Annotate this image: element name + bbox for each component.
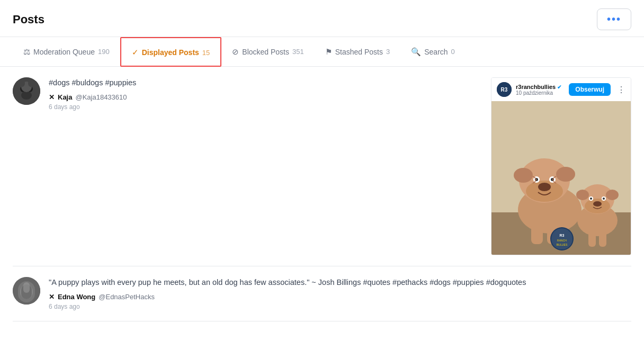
insta-card: R3 r3ranchbullies ✔ 10 października [491, 77, 631, 255]
tab-moderation-label: Moderation Queue [33, 48, 95, 56]
avatar [13, 277, 40, 305]
author-name: Edna Wong [58, 293, 95, 301]
page-title: Posts [13, 13, 44, 26]
post-text: "A puppy plays with every pup he meets, … [49, 277, 631, 289]
svg-rect-34 [588, 231, 596, 247]
tab-moderation-count: 190 [98, 48, 110, 56]
tab-displayed-count: 15 [202, 49, 210, 57]
tab-search-label: Search [424, 48, 448, 56]
flag-icon: ⚑ [325, 47, 332, 57]
svg-point-27 [606, 190, 619, 200]
tab-stashed-label: Stashed Posts [335, 48, 383, 56]
post-author-row: ✕ Kaja @Kaja18433610 [49, 93, 482, 101]
block-icon: ⊘ [232, 47, 239, 57]
svg-point-3 [21, 91, 32, 100]
tab-blocked-label: Blocked Posts [242, 48, 289, 56]
author-handle: @Kaja18433610 [75, 93, 127, 101]
svg-point-26 [576, 190, 589, 200]
post-time: 6 days ago [49, 303, 631, 310]
post-content: "A puppy plays with every pup he meets, … [49, 277, 631, 310]
tab-stashed-count: 3 [386, 48, 390, 56]
table-row: #dogs #buldogs #puppies ✕ Kaja @Kaja1843… [13, 67, 631, 266]
tab-blocked-count: 351 [292, 48, 304, 56]
svg-text:BULLIES: BULLIES [557, 243, 568, 246]
author-handle: @EdnasPetHacks [99, 293, 155, 301]
more-button[interactable]: ••• [597, 8, 631, 30]
svg-point-6 [28, 79, 33, 87]
tab-displayed-label: Displayed Posts [142, 48, 199, 57]
svg-point-33 [593, 201, 602, 207]
svg-text:R3: R3 [560, 234, 565, 237]
x-platform-icon: ✕ [49, 93, 55, 101]
insta-account-info: r3ranchbullies ✔ 10 października [516, 84, 561, 96]
svg-point-21 [538, 183, 551, 191]
tab-blocked[interactable]: ⊘ Blocked Posts 351 [221, 38, 314, 66]
svg-rect-45 [23, 282, 30, 293]
svg-point-15 [556, 167, 575, 182]
post-image: R3 RANCH BULLIES [491, 101, 631, 255]
post-text: #dogs #buldogs #puppies [49, 77, 482, 89]
svg-text:RANCH: RANCH [557, 239, 567, 242]
insta-actions: Obserwuj ⋮ [569, 83, 625, 96]
insta-username: r3ranchbullies ✔ [516, 84, 561, 90]
svg-rect-22 [531, 223, 543, 244]
check-icon: ✓ [132, 48, 139, 57]
author-name: Kaja [58, 93, 72, 101]
tab-stashed[interactable]: ⚑ Stashed Posts 3 [315, 38, 401, 66]
bulldog-svg: R3 RANCH BULLIES [491, 101, 631, 255]
page-header: Posts ••• [0, 0, 644, 37]
more-dots-icon: ••• [607, 13, 621, 25]
post-author-row: ✕ Edna Wong @EdnasPetHacks [49, 293, 631, 301]
svg-rect-35 [599, 231, 606, 247]
avatar [13, 77, 40, 105]
tab-search-count: 0 [451, 48, 455, 56]
table-row: "A puppy plays with every pup he meets, … [13, 266, 631, 321]
tab-displayed[interactable]: ✓ Displayed Posts 15 [120, 37, 222, 67]
insta-follow-button[interactable]: Obserwuj [569, 83, 611, 96]
svg-text:R3: R3 [501, 87, 508, 93]
post-content: #dogs #buldogs #puppies ✕ Kaja @Kaja1843… [49, 77, 482, 111]
tabs-bar: ⚖ Moderation Queue 190 ✓ Displayed Posts… [0, 37, 644, 67]
post-image-card: R3 r3ranchbullies ✔ 10 października [491, 77, 631, 255]
insta-date: 10 października [516, 90, 561, 96]
x-platform-icon: ✕ [49, 293, 55, 301]
verified-icon: ✔ [557, 84, 561, 90]
insta-header-left: R3 r3ranchbullies ✔ 10 października [497, 82, 561, 97]
insta-header: R3 r3ranchbullies ✔ 10 października [491, 78, 631, 101]
tab-moderation[interactable]: ⚖ Moderation Queue 190 [13, 38, 120, 66]
svg-point-32 [603, 198, 605, 200]
moderation-icon: ⚖ [23, 47, 30, 57]
insta-avatar: R3 [497, 82, 512, 97]
posts-list: #dogs #buldogs #puppies ✕ Kaja @Kaja1843… [0, 67, 644, 321]
page-container: Posts ••• ⚖ Moderation Queue 190 ✓ Displ… [0, 0, 644, 358]
search-icon: 🔍 [411, 47, 421, 57]
svg-point-14 [514, 168, 533, 183]
tab-search[interactable]: 🔍 Search 0 [400, 38, 466, 66]
svg-point-5 [20, 79, 25, 87]
svg-point-31 [590, 198, 592, 200]
post-time: 6 days ago [49, 103, 482, 111]
insta-more-icon[interactable]: ⋮ [617, 85, 625, 95]
